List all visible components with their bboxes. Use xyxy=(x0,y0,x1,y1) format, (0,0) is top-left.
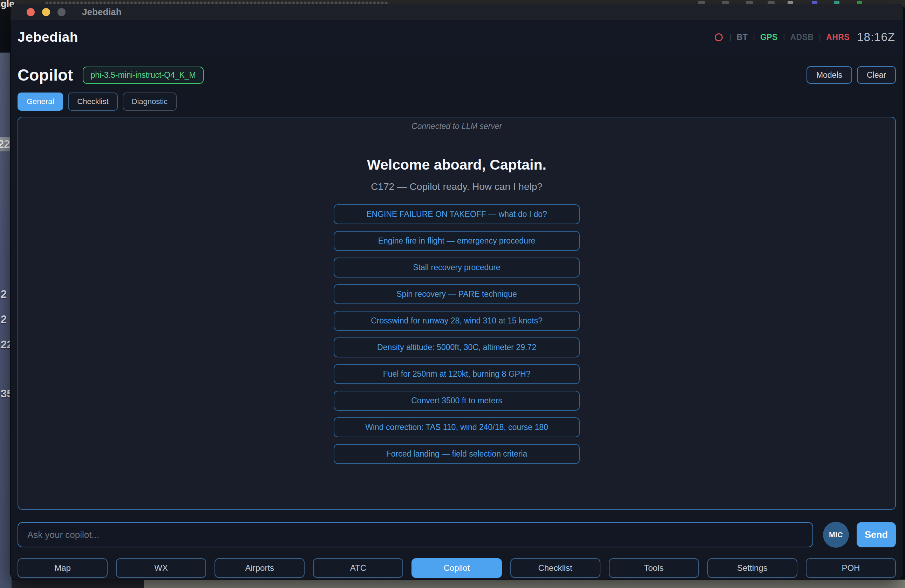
background-map-strip: 22 2 2 22 35 xyxy=(0,52,11,588)
suggestion-button[interactable]: Forced landing — field selection criteri… xyxy=(334,444,580,464)
status-separator: | xyxy=(819,33,821,41)
status-cluster: | BT | GPS | ADSB | AHRS 18:16Z xyxy=(714,30,895,44)
nav-item-settings[interactable]: Settings xyxy=(707,558,797,578)
status-separator: | xyxy=(729,33,731,41)
window-title: Jebediah xyxy=(82,7,122,17)
send-button[interactable]: Send xyxy=(857,522,896,547)
screen: gle 22 2 2 22 35 Jebediah Jebediah xyxy=(0,0,905,588)
nav-item-tools[interactable]: Tools xyxy=(609,558,699,578)
tab-diagnostic[interactable]: Diagnostic xyxy=(123,92,177,111)
nav-item-atc[interactable]: ATC xyxy=(313,558,403,578)
nav-item-copilot[interactable]: Copilot xyxy=(411,558,502,578)
map-label: 22 xyxy=(0,138,10,151)
background-window-shadow xyxy=(11,580,144,588)
status-gps: GPS xyxy=(760,33,778,42)
models-button[interactable]: Models xyxy=(807,66,852,84)
chat-mode-tabs: General Checklist Diagnostic xyxy=(17,92,177,111)
status-separator: | xyxy=(783,33,785,41)
clear-button[interactable]: Clear xyxy=(857,66,896,84)
composer-row: MIC Send xyxy=(17,521,896,548)
suggestion-button[interactable]: Convert 3500 ft to meters xyxy=(334,391,580,411)
mic-button[interactable]: MIC xyxy=(823,522,849,548)
welcome-subtitle: C172 — Copilot ready. How can I help? xyxy=(18,181,895,192)
connection-status: Connected to LLM server xyxy=(18,122,895,131)
suggestion-button[interactable]: Wind correction: TAS 110, wind 240/18, c… xyxy=(334,417,580,437)
suggestion-button[interactable]: Stall recovery procedure xyxy=(334,258,580,277)
nav-item-wx[interactable]: WX xyxy=(116,558,206,578)
status-ahrs: AHRS xyxy=(826,33,849,42)
record-indicator-icon[interactable] xyxy=(714,33,723,41)
tab-checklist[interactable]: Checklist xyxy=(68,92,117,111)
nav-item-map[interactable]: Map xyxy=(17,558,108,578)
suggestion-button[interactable]: Spin recovery — PARE technique xyxy=(334,284,580,304)
app-title: Jebediah xyxy=(17,29,78,45)
copilot-input[interactable] xyxy=(17,522,813,547)
status-bt: BT xyxy=(737,33,748,42)
suggestion-button[interactable]: Crosswind for runway 28, wind 310 at 15 … xyxy=(334,311,580,331)
page-title: Copilot xyxy=(17,65,73,84)
suggestion-button[interactable]: Fuel for 250nm at 120kt, burning 8 GPH? xyxy=(334,364,580,384)
suggestion-button[interactable]: Engine fire in flight — emergency proced… xyxy=(334,231,580,251)
welcome-title: Welcome aboard, Captain. xyxy=(18,157,895,173)
tab-general[interactable]: General xyxy=(17,92,63,111)
nav-item-poh[interactable]: POH xyxy=(806,558,896,578)
suggestion-button[interactable]: ENGINE FAILURE ON TAKEOFF — what do I do… xyxy=(334,204,580,224)
copilot-actions: Models Clear xyxy=(807,66,896,84)
model-badge: phi-3.5-mini-instruct-Q4_K_M xyxy=(83,67,203,84)
zoom-button[interactable] xyxy=(57,8,65,16)
nav-item-airports[interactable]: Airports xyxy=(214,558,305,578)
chat-panel: Connected to LLM server Welcome aboard, … xyxy=(17,117,896,510)
nav-item-checklist[interactable]: Checklist xyxy=(510,558,600,578)
background-bottom-strip xyxy=(144,580,905,588)
status-separator: | xyxy=(753,33,755,41)
minimize-button[interactable] xyxy=(42,8,50,16)
zulu-clock: 18:16Z xyxy=(857,30,895,44)
app-header: Jebediah | BT | GPS | ADSB | AHRS 18:16Z xyxy=(11,20,903,54)
suggestion-list: ENGINE FAILURE ON TAKEOFF — what do I do… xyxy=(334,204,580,464)
status-adsb: ADSB xyxy=(790,33,813,42)
suggestion-button[interactable]: Density altitude: 5000ft, 30C, altimeter… xyxy=(334,338,580,357)
app-window: Jebediah Jebediah | BT | GPS | ADSB | AH… xyxy=(11,4,903,580)
bottom-nav: Map WX Airports ATC Copilot Checklist To… xyxy=(17,558,896,578)
map-label-badge: 22 xyxy=(0,137,11,151)
copilot-header-row: Copilot phi-3.5-mini-instruct-Q4_K_M Mod… xyxy=(17,60,896,90)
window-titlebar: Jebediah xyxy=(11,4,903,20)
close-button[interactable] xyxy=(27,8,35,16)
